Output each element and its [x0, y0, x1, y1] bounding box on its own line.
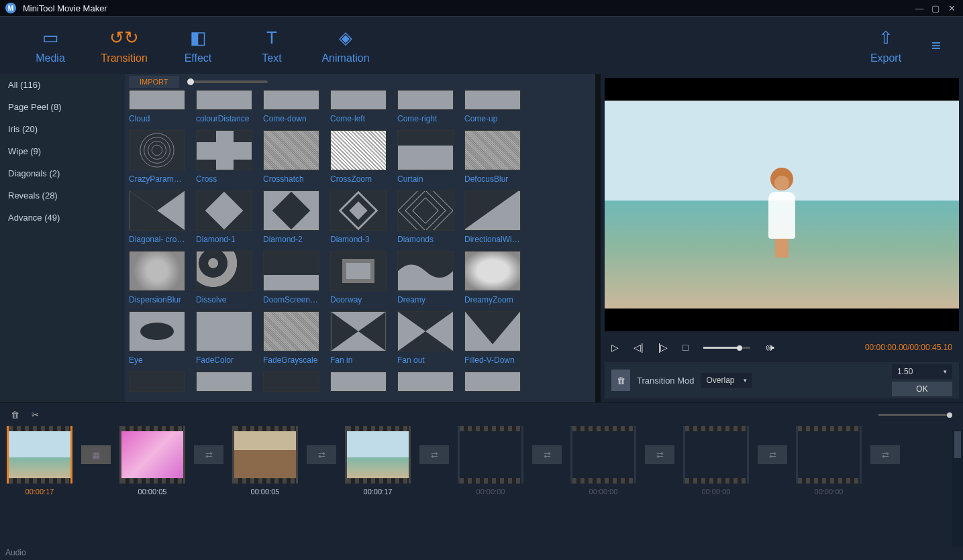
prev-frame-button[interactable]: ◁|	[633, 342, 644, 353]
transition-properties: 🗑 Transition Mod Overlap 1.50 OK	[605, 362, 959, 398]
transition-item[interactable]: Come-right	[397, 114, 454, 123]
transition-slot[interactable]: ⇄	[753, 426, 792, 484]
transition-item[interactable]: Diamond-1	[196, 235, 252, 244]
timeline-clip[interactable]: 00:00:17	[7, 426, 72, 513]
tab-media[interactable]: ▭ Media	[13, 27, 87, 64]
maximize-button[interactable]: ▢	[929, 3, 942, 13]
clip-duration: 00:00:00	[683, 488, 749, 496]
app-title: MiniTool Movie Maker	[23, 3, 107, 13]
preview-viewport[interactable]	[605, 78, 959, 331]
category-item[interactable]: Iris (20)	[0, 118, 125, 140]
timeline-cut-button[interactable]: ✂	[32, 410, 39, 420]
next-frame-button[interactable]: |▷	[658, 342, 668, 353]
transition-item[interactable]: Diamond-3	[330, 235, 387, 244]
transition-item[interactable]: CrazyParametr…	[129, 174, 185, 184]
transition-item[interactable]: Cross	[196, 174, 252, 184]
transition-item[interactable]: Come-up	[464, 114, 521, 123]
timeline-clip[interactable]: 00:00:17	[345, 426, 411, 513]
transition-item[interactable]: Curtain	[397, 174, 454, 184]
timeline-zoom-slider[interactable]	[878, 414, 952, 416]
timeline-delete-button[interactable]: 🗑	[11, 410, 19, 420]
timeline-clip[interactable]: 00:00:00	[570, 426, 636, 513]
transition-item[interactable]: DoomScreenT…	[263, 295, 319, 304]
transition-item[interactable]: Diamonds	[397, 235, 454, 244]
transition-item[interactable]: DefocusBlur	[464, 174, 521, 184]
close-button[interactable]: ✕	[946, 3, 958, 13]
transition-item[interactable]: Dreamy	[397, 295, 454, 304]
svg-rect-12	[398, 191, 453, 230]
svg-point-3	[140, 133, 174, 167]
transition-item[interactable]: Doorway	[330, 295, 387, 304]
timeline-scrollbar[interactable]	[952, 430, 963, 547]
svg-marker-13	[331, 312, 358, 351]
tab-animation[interactable]: ◈ Animation	[309, 27, 383, 64]
minimize-button[interactable]: —	[913, 3, 925, 13]
thumbnail-zoom-slider[interactable]	[187, 80, 268, 83]
transition-slot[interactable]: ⇄	[415, 426, 454, 484]
timeline-panel: 🗑 ✂ 00:00:17▦00:00:05⇄00:00:05⇄00:00:17⇄…	[0, 402, 963, 560]
clip-duration: 00:00:05	[232, 488, 298, 496]
svg-marker-14	[358, 312, 386, 351]
transition-item[interactable]: FadeColor	[196, 355, 252, 365]
timeline-clip[interactable]: 00:00:00	[796, 426, 862, 513]
transition-item[interactable]: Filled-V-Down	[464, 355, 521, 365]
transition-item[interactable]: DispersionBlur	[129, 295, 185, 304]
transition-item[interactable]: Come-left	[330, 114, 387, 123]
transition-slot[interactable]: ⇄	[640, 426, 679, 484]
transition-mode-select[interactable]: Overlap	[701, 373, 752, 388]
category-item[interactable]: All (116)	[0, 74, 125, 96]
tab-transition[interactable]: ↺↻ Transition	[87, 27, 161, 64]
transition-item[interactable]: DreamyZoom	[464, 295, 521, 304]
svg-marker-15	[398, 312, 452, 331]
text-icon: T	[235, 27, 309, 50]
folder-icon: ▭	[13, 27, 87, 50]
category-item[interactable]: Page Peel (8)	[0, 96, 125, 118]
transition-item[interactable]: Dissolve	[196, 295, 252, 304]
transition-item[interactable]: Fan out	[397, 355, 454, 365]
transition-item[interactable]: Diagonal- cros…	[129, 235, 185, 244]
category-item[interactable]: Diagonals (2)	[0, 162, 125, 184]
transition-item[interactable]: FadeGrayscale	[263, 355, 319, 365]
category-item[interactable]: Reveals (28)	[0, 184, 125, 207]
transition-item[interactable]: Eye	[129, 355, 185, 365]
ok-button[interactable]: OK	[892, 382, 952, 396]
transition-slot[interactable]: ⇄	[527, 426, 566, 484]
export-button[interactable]: ⇧ Export	[849, 27, 923, 64]
transition-item[interactable]: Cloud	[129, 114, 185, 123]
transition-item[interactable]: Crosshatch	[263, 174, 319, 184]
category-item[interactable]: Advance (49)	[0, 207, 125, 229]
category-item[interactable]: Wipe (9)	[0, 140, 125, 162]
stop-button[interactable]: □	[682, 342, 688, 353]
speaker-icon[interactable]: 🕪	[765, 342, 774, 353]
transition-item[interactable]: DirectionalWipe	[464, 235, 521, 244]
transition-grid[interactable]: Cloud colourDistance Come-down Come-left…	[125, 90, 595, 402]
main-toolbar: ▭ Media ↺↻ Transition ◧ Effect T Text ◈ …	[0, 16, 963, 74]
transition-slot[interactable]: ⇄	[302, 426, 341, 484]
clip-duration: 00:00:17	[345, 488, 411, 496]
transition-duration-select[interactable]: 1.50	[892, 364, 952, 379]
clip-duration: 00:00:00	[458, 488, 523, 496]
timeline-clip[interactable]: 00:00:05	[232, 426, 298, 513]
menu-button[interactable]: ≡	[923, 36, 950, 55]
transition-item[interactable]: Diamond-2	[263, 235, 319, 244]
transition-item[interactable]: Fan in	[330, 355, 387, 365]
timeline-clip[interactable]: 00:00:00	[683, 426, 749, 513]
import-button[interactable]: IMPORT	[129, 76, 179, 88]
tab-text[interactable]: T Text	[235, 27, 309, 64]
transition-item[interactable]: CrossZoom	[330, 174, 387, 184]
tab-effect[interactable]: ◧ Effect	[161, 27, 235, 64]
transition-slot[interactable]: ▦	[77, 426, 115, 484]
transition-slot[interactable]: ⇄	[866, 426, 905, 484]
timeline-clip[interactable]: 00:00:05	[119, 426, 185, 513]
audio-track-label: Audio	[5, 548, 26, 557]
transition-slot[interactable]: ⇄	[189, 426, 228, 484]
transition-browser: IMPORT Cloud colourDistance Come-down Co…	[125, 74, 595, 402]
timecode: 00:00:00.00/00:00:45.10	[865, 343, 952, 352]
video-track[interactable]: 00:00:17▦00:00:05⇄00:00:05⇄00:00:17⇄00:0…	[0, 426, 963, 513]
transition-item[interactable]: Come-down	[263, 114, 319, 123]
delete-transition-button[interactable]: 🗑	[611, 370, 630, 391]
volume-slider[interactable]	[703, 347, 750, 349]
timeline-clip[interactable]: 00:00:00	[458, 426, 523, 513]
play-button[interactable]: ▷	[611, 342, 619, 353]
transition-item[interactable]: colourDistance	[196, 114, 252, 123]
